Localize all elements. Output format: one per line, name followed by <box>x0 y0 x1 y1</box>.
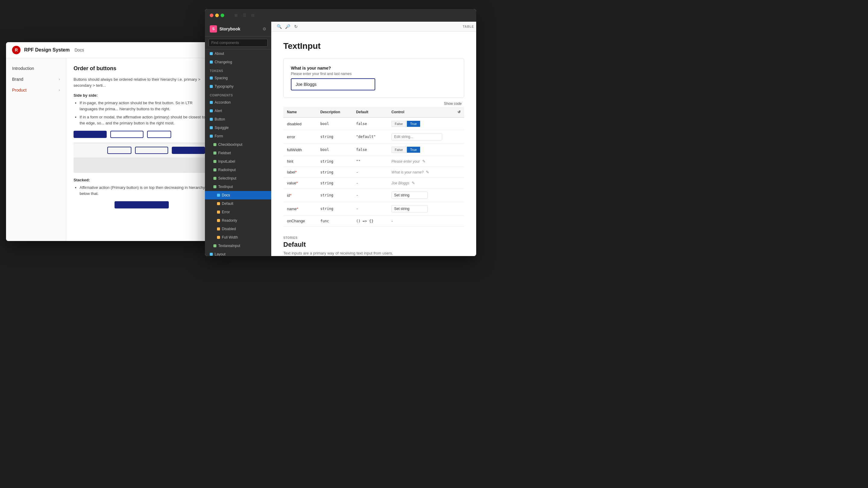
selectinput-icon <box>213 177 216 180</box>
sidebar-item-layout[interactable]: Layout <box>205 250 271 256</box>
preview-label: What is your name? <box>291 66 457 70</box>
prop-desc-error: string <box>317 130 352 144</box>
col-name: Name <box>283 107 317 118</box>
sidebar-item-form[interactable]: Form <box>205 132 271 140</box>
sidebar-item-label-spacing: Spacing <box>215 76 227 80</box>
stacked-bullet1: Affirmative action (Primary button) is o… <box>80 185 210 196</box>
close-window-button[interactable] <box>210 13 213 17</box>
sidebar-label-layout: Layout <box>215 252 225 256</box>
sidebar-item-disabled[interactable]: Disabled <box>205 225 271 233</box>
storybook-sidebar-header: S Storybook ⚙ <box>205 22 271 36</box>
modal-secondary-button[interactable] <box>135 147 168 154</box>
rpf-docs-badge: Docs <box>74 47 84 53</box>
sidebar-item-squiggle[interactable]: Squiggle <box>205 124 271 132</box>
rpf-main-content: Order of buttons Buttons should always b… <box>66 58 217 241</box>
side-by-side-label: Side by side: <box>73 93 210 98</box>
sidebar-item-radioinput[interactable]: RadioInput <box>205 166 271 174</box>
list-view-icon[interactable]: ☰ <box>241 12 248 19</box>
col-control: Control ↺ <box>388 107 464 118</box>
panel-view-icon[interactable]: ⊟ <box>250 12 256 19</box>
maximize-window-button[interactable] <box>221 13 224 17</box>
sidebar-item-label-brand: Brand <box>12 77 23 82</box>
sidebar-item-button[interactable]: Button <box>205 115 271 124</box>
sidebar-label-form: Form <box>215 134 223 138</box>
find-components-input[interactable] <box>209 39 268 47</box>
button-row-1 <box>73 131 210 138</box>
side-by-side-list: If in-page, the primary action should be… <box>80 100 210 126</box>
show-code-button[interactable]: Show code <box>441 100 464 107</box>
tokens-section-label: TOKENS <box>205 66 271 74</box>
error-control-input[interactable] <box>392 133 442 140</box>
prop-desc-hint: string <box>317 156 352 167</box>
sidebar-label-textareainput: TextareaInput <box>218 244 240 248</box>
prop-control-fullwidth: False True <box>388 144 464 156</box>
table-row: disabled bool false False True <box>283 118 464 130</box>
readonly-icon <box>217 219 220 222</box>
storybook-sidebar: S Storybook ⚙ About Changelog <box>205 22 271 256</box>
modal-tertiary-button[interactable] <box>107 147 131 154</box>
prop-control-id: Set string <box>388 189 464 202</box>
zoom-out-icon[interactable]: 🔎 <box>284 24 290 30</box>
sidebar-item-product[interactable]: Product › <box>6 85 66 96</box>
sidebar-label-fieldset: Fieldset <box>218 151 231 155</box>
reset-controls-icon[interactable]: ↺ <box>458 110 461 114</box>
set-string-id-button[interactable]: Set string <box>392 192 428 199</box>
default-story-desc: Text inputs are a primary way of receivi… <box>283 251 464 255</box>
sidebar-item-spacing[interactable]: Spacing <box>205 74 271 82</box>
sidebar-item-inputlabel[interactable]: InputLabel <box>205 157 271 166</box>
toggle-false-fullwidth[interactable]: False <box>392 147 406 153</box>
prop-default-disabled: false <box>352 118 388 130</box>
value-control-text: Joe Bloggs <box>392 181 409 185</box>
edit-hint-icon[interactable]: ✎ <box>422 159 426 164</box>
sidebar-item-typography[interactable]: Typography <box>205 82 271 91</box>
storybook-logo-icon: S <box>210 25 217 33</box>
sidebar-item-docs[interactable]: Docs <box>205 191 271 199</box>
storybook-content: TextInput What is your name? Please ente… <box>271 32 476 256</box>
sidebar-item-introduction[interactable]: Introduction <box>6 63 66 74</box>
settings-icon[interactable]: ⚙ <box>262 27 267 31</box>
preview-input-field[interactable] <box>291 78 375 90</box>
sidebar-item-textareainput[interactable]: TextareaInput <box>205 241 271 250</box>
sidebar-item-label-product: Product <box>12 88 27 93</box>
sidebar-item-about[interactable]: About <box>205 50 271 58</box>
sidebar-item-fullwidth[interactable]: Full Width <box>205 233 271 241</box>
storybook-preview-toolbar: 🔍 🔎 ↻ TABLE <box>271 22 476 32</box>
sidebar-item-checkboxinput[interactable]: CheckboxInput <box>205 140 271 149</box>
rpf-logo-icon: R <box>12 46 21 54</box>
secondary-button-1[interactable] <box>110 131 144 138</box>
col-description: Description <box>317 107 352 118</box>
sidebar-item-selectinput[interactable]: SelectInput <box>205 174 271 183</box>
sidebar-item-brand[interactable]: Brand › <box>6 74 66 85</box>
stories-section: STORIES Default Text inputs are a primar… <box>283 236 464 256</box>
sidebar-item-alert[interactable]: Alert <box>205 107 271 115</box>
sidebar-item-changelog[interactable]: Changelog <box>205 58 271 66</box>
minimize-window-button[interactable] <box>215 13 219 17</box>
edit-label-icon[interactable]: ✎ <box>426 170 429 174</box>
toggle-true-disabled[interactable]: True <box>407 121 420 127</box>
modal-preview <box>73 143 210 173</box>
set-string-name-button[interactable]: Set string <box>392 205 428 213</box>
col-default: Default <box>352 107 388 118</box>
grid-view-icon[interactable]: ⊞ <box>233 12 239 19</box>
toggle-true-fullwidth[interactable]: True <box>407 147 420 153</box>
tertiary-button-1[interactable] <box>147 131 171 138</box>
table-row: value* string - Joe Bloggs ✎ <box>283 178 464 189</box>
edit-value-icon[interactable]: ✎ <box>412 181 415 185</box>
sidebar-item-textinput[interactable]: TextInput <box>205 183 271 191</box>
modal-primary-button[interactable] <box>172 147 205 154</box>
zoom-in-icon[interactable]: 🔍 <box>276 24 282 30</box>
sidebar-item-fieldset[interactable]: Fieldset <box>205 149 271 157</box>
prop-desc-fullwidth: bool <box>317 144 352 156</box>
toggle-false-disabled[interactable]: False <box>392 121 406 127</box>
prop-default-fullwidth: false <box>352 144 388 156</box>
stacked-primary-button[interactable] <box>115 201 169 208</box>
sidebar-item-readonly[interactable]: Readonly <box>205 216 271 225</box>
sidebar-item-accordion[interactable]: Accordion <box>205 98 271 107</box>
toggle-group-disabled: False True <box>392 121 461 127</box>
primary-button-1[interactable] <box>73 131 107 138</box>
refresh-icon[interactable]: ↻ <box>293 24 299 30</box>
disabled-icon <box>217 227 220 230</box>
table-row: name* string - Set string <box>283 202 464 216</box>
sidebar-item-error[interactable]: Error <box>205 208 271 216</box>
sidebar-item-default[interactable]: Default <box>205 199 271 208</box>
